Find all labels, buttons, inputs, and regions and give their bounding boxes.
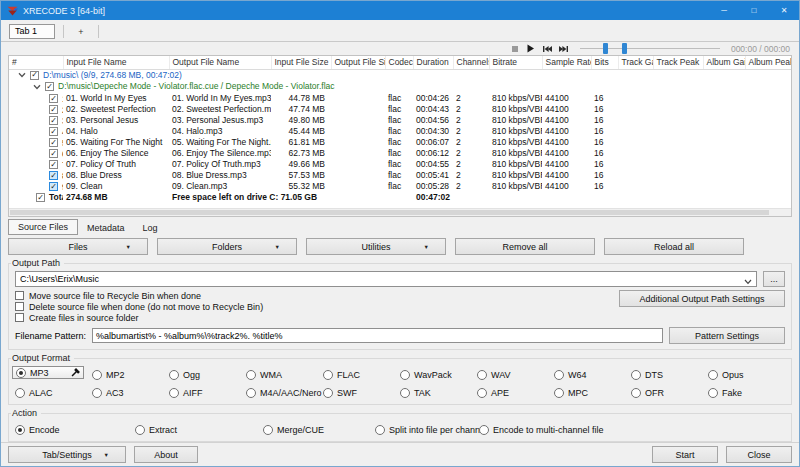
pattern-settings-button[interactable]: Pattern Settings (669, 327, 785, 344)
about-button[interactable]: About (134, 446, 198, 463)
scrollbar-thumb[interactable] (10, 210, 769, 215)
additional-output-path-settings-button[interactable]: Additional Output Path Settings (619, 290, 785, 307)
group-row-cue[interactable]: ✓D:\music\Depeche Mode - Violator.flac.c… (9, 81, 792, 93)
column-header-input-file-size[interactable]: Input File Size (271, 56, 331, 69)
slider-handle-1[interactable] (603, 43, 608, 54)
seek-slider[interactable] (580, 43, 720, 54)
column-header-output-file-size[interactable]: Output File Size (331, 56, 385, 69)
row-checkbox[interactable]: ✓ (49, 116, 58, 125)
track-row[interactable]: ✓404. Halo04. Halo.mp345.44 MBflac00:04:… (9, 126, 792, 137)
format-option-ape[interactable]: APE (477, 386, 554, 399)
maximize-icon[interactable]: □ (739, 1, 769, 20)
titlebar[interactable]: XRECODE 3 [64-bit] ─ □ ✕ (1, 1, 799, 20)
utilities-button[interactable]: Utilities▼ (306, 238, 446, 255)
column-header-bits[interactable]: Bits (591, 56, 618, 69)
track-row[interactable]: ✓707. Policy Of Truth07. Policy Of Truth… (9, 159, 792, 170)
tab-1[interactable]: Tab 1 (9, 24, 55, 39)
action-option-encode-to-multi-channel-file[interactable]: Encode to multi-channel file (479, 423, 785, 436)
minimize-icon[interactable]: ─ (709, 1, 739, 20)
row-checkbox[interactable]: ✓ (49, 171, 58, 180)
browse-button[interactable]: ... (763, 271, 785, 287)
format-option-ogg[interactable]: Ogg (169, 368, 246, 381)
column-header-album-peak[interactable]: Album Peak (745, 56, 792, 69)
filename-pattern-input[interactable]: %albumartist% - %album%\%track2%. %title… (92, 328, 663, 343)
total-row[interactable]: ✓Total:274.68 MBFree space left on drive… (9, 192, 792, 204)
checkbox-create-files-in-source-folder[interactable]: Create files in source folder (15, 312, 619, 323)
reload-all-button[interactable]: Reload all (604, 238, 744, 255)
format-option-opus[interactable]: Opus (708, 368, 785, 381)
column-header-sample-rate[interactable]: Sample Rate (542, 56, 591, 69)
column-header-channels[interactable]: Channels (453, 56, 489, 69)
column-header-codec[interactable]: Codec (385, 56, 413, 69)
row-checkbox[interactable]: ✓ (49, 94, 58, 103)
chevron-down-icon[interactable] (33, 84, 41, 90)
panel-tab-metadata[interactable]: Metadata (78, 221, 134, 235)
start-button[interactable]: Start (652, 446, 718, 463)
format-option-dts[interactable]: DTS (631, 368, 708, 381)
format-option-alac[interactable]: ALAC (15, 386, 92, 399)
play-icon[interactable] (526, 44, 535, 53)
track-row[interactable]: ✓505. Waiting For The Night05. Waiting F… (9, 137, 792, 148)
format-option-ofr[interactable]: OFR (631, 386, 708, 399)
column-header-track-gain[interactable]: Track Gain (618, 56, 653, 69)
row-checkbox[interactable]: ✓ (49, 138, 58, 147)
format-option-mp3[interactable]: MP3 (12, 366, 84, 379)
action-option-split-into-file-per-channel[interactable]: Split into file per channel (375, 423, 479, 436)
column-header-num[interactable]: # (9, 56, 63, 69)
panel-tab-log[interactable]: Log (134, 221, 167, 235)
track-row[interactable]: ✓808. Blue Dress08. Blue Dress.mp357.53 … (9, 170, 792, 181)
track-row[interactable]: ✓909. Clean09. Clean.mp355.32 MBflac00:0… (9, 181, 792, 192)
add-tab-button[interactable]: + (72, 27, 90, 37)
format-option-mpc[interactable]: MPC (554, 386, 631, 399)
column-header-track-peak[interactable]: Track Peak (653, 56, 703, 69)
action-option-extract[interactable]: Extract (135, 423, 263, 436)
format-option-tak[interactable]: TAK (400, 386, 477, 399)
format-option-mp2[interactable]: MP2 (92, 368, 169, 381)
format-option-wav[interactable]: WAV (477, 368, 554, 381)
row-checkbox[interactable]: ✓ (49, 182, 58, 191)
remove-all-button[interactable]: Remove all (455, 238, 595, 255)
row-checkbox[interactable]: ✓ (49, 149, 58, 158)
row-checkbox[interactable]: ✓ (49, 105, 58, 114)
horizontal-scrollbar[interactable] (9, 208, 791, 216)
format-option-swf[interactable]: SWF (323, 386, 400, 399)
action-option-merge-cue[interactable]: Merge/CUE (263, 423, 375, 436)
row-checkbox[interactable]: ✓ (49, 127, 58, 136)
folders-button[interactable]: Folders▼ (157, 238, 297, 255)
next-track-icon[interactable] (559, 45, 569, 53)
checkbox-move-source-file-to-recycle-bin-when-done[interactable]: Move source file to Recycle Bin when don… (15, 290, 619, 301)
previous-track-icon[interactable] (542, 45, 552, 53)
track-row[interactable]: ✓202. Sweetest Perfection02. Sweetest Pe… (9, 104, 792, 115)
format-option-wma[interactable]: WMA (246, 368, 323, 381)
column-header-duration[interactable]: Duration (413, 56, 453, 69)
track-row[interactable]: ✓606. Enjoy The Silence06. Enjoy The Sil… (9, 148, 792, 159)
row-checkbox[interactable]: ✓ (45, 82, 54, 91)
row-checkbox[interactable]: ✓ (36, 193, 45, 202)
panel-tab-source-files[interactable]: Source Files (8, 219, 78, 235)
chevron-down-icon[interactable] (18, 72, 26, 78)
format-option-flac[interactable]: FLAC (323, 368, 400, 381)
group-row-source[interactable]: ✓D:\music\ (9/9, 274.68 MB, 00:47:02) (9, 69, 792, 81)
format-option-ac3[interactable]: AC3 (92, 386, 169, 399)
column-header-output-file-name[interactable]: Output File Name (169, 56, 271, 69)
track-row[interactable]: ✓303. Personal Jesus03. Personal Jesus.m… (9, 115, 792, 126)
files-button[interactable]: Files▼ (8, 238, 148, 255)
stop-icon[interactable] (511, 45, 519, 53)
format-option-aiff[interactable]: AIFF (169, 386, 246, 399)
row-checkbox[interactable]: ✓ (49, 160, 58, 169)
output-path-combobox[interactable]: C:\Users\Erix\Music (15, 271, 757, 287)
checkbox-delete-source-file-when-done-do-not-move-to-recycle-bin[interactable]: Delete source file when done (do not mov… (15, 301, 619, 312)
column-header-input-file-name[interactable]: Input File Name (63, 56, 169, 69)
slider-handle-2[interactable] (622, 43, 627, 54)
wrench-icon[interactable] (70, 368, 80, 378)
combo-dropdown-icon[interactable] (744, 277, 752, 287)
close-button[interactable]: Close (726, 446, 792, 463)
action-option-encode[interactable]: Encode (15, 423, 135, 436)
close-icon[interactable]: ✕ (769, 1, 799, 20)
format-option-w64[interactable]: W64 (554, 368, 631, 381)
column-header-album-gain[interactable]: Album Gain (703, 56, 745, 69)
row-checkbox[interactable]: ✓ (30, 71, 39, 80)
format-option-wavpack[interactable]: WavPack (400, 368, 477, 381)
track-row[interactable]: ✓101. World In My Eyes01. World In My Ey… (9, 93, 792, 104)
format-option-fake[interactable]: Fake (708, 386, 785, 399)
